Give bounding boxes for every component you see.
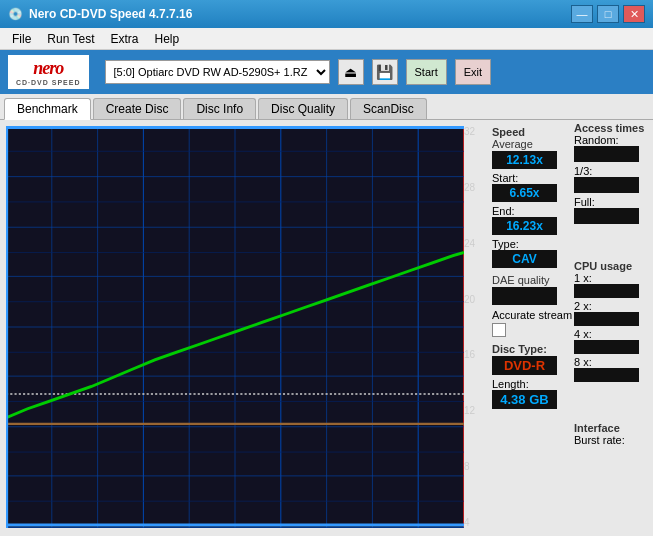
access-times-title: Access times (574, 122, 649, 134)
app-title: Nero CD-DVD Speed 4.7.7.16 (29, 7, 192, 21)
title-bar-left: 💿 Nero CD-DVD Speed 4.7.7.16 (8, 7, 192, 21)
y-right-4: 4 (464, 517, 488, 528)
close-button[interactable]: ✕ (623, 5, 645, 23)
toolbar: nero CD·DVD SPEED [5:0] Optiarc DVD RW A… (0, 50, 653, 94)
burst-rate-label: Burst rate: (574, 434, 649, 446)
average-value: 12.13x (492, 151, 557, 169)
random-bar (574, 146, 639, 162)
tabs-bar: Benchmark Create Disc Disc Info Disc Qua… (0, 94, 653, 120)
app-icon: 💿 (8, 7, 23, 21)
y-right-32: 32 (464, 126, 488, 137)
8x-bar (574, 368, 639, 382)
start-label: Start: (492, 172, 518, 184)
1x-bar (574, 284, 639, 298)
menu-extra[interactable]: Extra (102, 30, 146, 48)
full-bar (574, 208, 639, 224)
one-third-label: 1/3: (574, 165, 649, 177)
length-value: 4.38 GB (492, 390, 557, 409)
8x-label: 8 x: (574, 356, 649, 368)
start-button[interactable]: Start (406, 59, 447, 85)
tab-disc-quality[interactable]: Disc Quality (258, 98, 348, 119)
random-label: Random: (574, 134, 649, 146)
cpu-usage-panel: CPU usage 1 x: 2 x: 4 x: 8 x: (574, 260, 649, 384)
interface-panel: Interface Burst rate: (574, 422, 649, 446)
tab-create-disc[interactable]: Create Disc (93, 98, 182, 119)
tab-benchmark[interactable]: Benchmark (4, 98, 91, 120)
access-times-panel: Access times Random: 1/3: Full: (574, 122, 649, 227)
tab-disc-info[interactable]: Disc Info (183, 98, 256, 119)
2x-label: 2 x: (574, 300, 649, 312)
menu-bar: File Run Test Extra Help (0, 28, 653, 50)
chart-svg (6, 126, 464, 528)
4x-label: 4 x: (574, 328, 649, 340)
menu-file[interactable]: File (4, 30, 39, 48)
title-bar: 💿 Nero CD-DVD Speed 4.7.7.16 — □ ✕ (0, 0, 653, 28)
minimize-button[interactable]: — (571, 5, 593, 23)
menu-runtest[interactable]: Run Test (39, 30, 102, 48)
menu-help[interactable]: Help (147, 30, 188, 48)
type-label: Type: (492, 238, 649, 250)
nero-logo: nero (33, 58, 63, 79)
main-content: 24 X 20 X 16 X 12 X 8 X 4 X 32 28 24 20 … (0, 120, 653, 534)
1x-label: 1 x: (574, 272, 649, 284)
one-third-bar (574, 177, 639, 193)
chart-area: 24 X 20 X 16 X 12 X 8 X 4 X (6, 126, 464, 528)
exit-button[interactable]: Exit (455, 59, 491, 85)
disc-type-value: DVD-R (492, 356, 557, 375)
start-value: 6.65x (492, 184, 557, 202)
eject-button[interactable]: ⏏ (338, 59, 364, 85)
interface-title: Interface (574, 422, 649, 434)
4x-bar (574, 340, 639, 354)
type-value: CAV (492, 250, 557, 268)
y-right-20: 20 (464, 294, 488, 305)
full-label: Full: (574, 196, 649, 208)
logo-sub: CD·DVD SPEED (16, 79, 81, 86)
right-panel: Speed Average 12.13x Start: 6.65x End: 1… (488, 120, 653, 534)
drive-select[interactable]: [5:0] Optiarc DVD RW AD-5290S+ 1.RZ (105, 60, 330, 84)
save-button[interactable]: 💾 (372, 59, 398, 85)
2x-bar (574, 312, 639, 326)
accurate-stream-checkbox[interactable] (492, 323, 506, 337)
y-right-28: 28 (464, 182, 488, 193)
y-right-12: 12 (464, 405, 488, 416)
y-right-24: 24 (464, 238, 488, 249)
maximize-button[interactable]: □ (597, 5, 619, 23)
y-axis-right: 32 28 24 20 16 12 8 4 (464, 120, 488, 534)
y-right-16: 16 (464, 349, 488, 360)
dae-quality-bar (492, 287, 557, 305)
logo-area: nero CD·DVD SPEED (8, 55, 89, 89)
cpu-title: CPU usage (574, 260, 649, 272)
tab-scandisc[interactable]: ScanDisc (350, 98, 427, 119)
title-bar-controls: — □ ✕ (571, 5, 645, 23)
end-value: 16.23x (492, 217, 557, 235)
y-right-8: 8 (464, 461, 488, 472)
